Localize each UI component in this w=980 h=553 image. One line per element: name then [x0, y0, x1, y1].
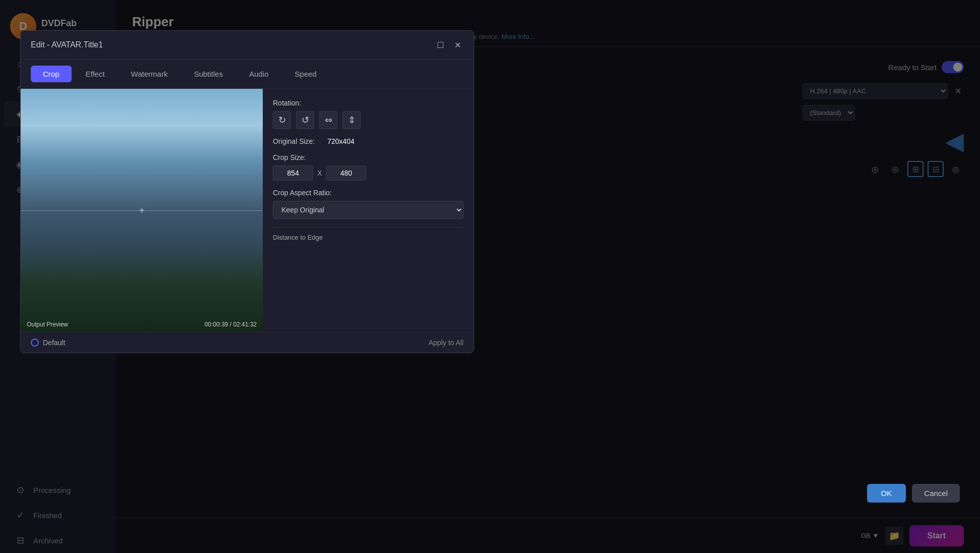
crop-size-group: Crop Size: X [273, 153, 464, 181]
crop-aspect-group: Crop Aspect Ratio: Keep Original [273, 189, 464, 219]
modal-footer: Default Apply to All [21, 332, 474, 353]
original-size-label: Original Size: [273, 137, 323, 145]
original-size-row: Original Size: 720x404 [273, 137, 464, 145]
edit-controls: Rotation: ↻ ↺ ⇔ ⇕ Original Size: 720x404 [263, 89, 474, 332]
crop-size-label: Crop Size: [273, 153, 464, 161]
crop-height-input[interactable] [326, 165, 366, 181]
modal-action-buttons: OK Cancel [867, 484, 960, 503]
tab-effect[interactable]: Effect [74, 66, 117, 82]
preview-time: 00:00:39 / 02:41:32 [205, 321, 257, 328]
tabs: Crop Effect Watermark Subtitles Audio Sp… [21, 60, 474, 89]
crop-size-row: X [273, 165, 464, 181]
modal-header: Edit - AVATAR.Title1 ☐ ✕ [21, 31, 474, 60]
ok-btn[interactable]: OK [867, 484, 906, 503]
edit-modal: Edit - AVATAR.Title1 ☐ ✕ Crop Effect Wat… [20, 30, 474, 353]
original-size-group: Original Size: 720x404 [273, 137, 464, 145]
default-label: Default [43, 339, 65, 347]
rotation-label: Rotation: [273, 99, 464, 107]
modal-overlay: Edit - AVATAR.Title1 ☐ ✕ Crop Effect Wat… [0, 0, 980, 553]
modal-title: Edit - AVATAR.Title1 [31, 40, 103, 49]
aspect-select[interactable]: Keep Original [273, 201, 464, 219]
apply-to-all-btn[interactable]: Apply to All [429, 339, 464, 347]
tab-audio[interactable]: Audio [237, 66, 280, 82]
cancel-btn[interactable]: Cancel [912, 484, 960, 503]
tab-speed[interactable]: Speed [282, 66, 328, 82]
rotation-group: Rotation: ↻ ↺ ⇔ ⇕ [273, 99, 464, 129]
aspect-row: Keep Original [273, 201, 464, 219]
original-size-value: 720x404 [327, 137, 355, 145]
crop-aspect-label: Crop Aspect Ratio: [273, 189, 464, 197]
tab-crop[interactable]: Crop [31, 66, 72, 82]
preview-top-frame [21, 89, 263, 210]
preview-label: Output Preview [27, 321, 68, 328]
modal-maximize-btn[interactable]: ☐ [434, 39, 446, 51]
default-radio[interactable]: Default [31, 339, 65, 347]
crop-width-input[interactable] [273, 165, 313, 181]
radio-circle-icon [31, 339, 39, 347]
modal-close-btn[interactable]: ✕ [451, 39, 464, 51]
rotate-cw-btn[interactable]: ↻ [273, 111, 291, 129]
rotation-buttons: ↻ ↺ ⇔ ⇕ [273, 111, 464, 129]
modal-content: + Output Preview 00:00:39 / 02:41:32 Rot… [21, 89, 474, 332]
tab-subtitles[interactable]: Subtitles [182, 66, 235, 82]
crop-x-separator: X [317, 169, 322, 177]
flip-v-btn[interactable]: ⇕ [342, 111, 361, 129]
tab-watermark[interactable]: Watermark [119, 66, 180, 82]
preview-bottom-frame [21, 210, 263, 332]
flip-h-btn[interactable]: ⇔ [319, 111, 337, 129]
rotate-ccw-btn[interactable]: ↺ [296, 111, 314, 129]
video-preview: + Output Preview 00:00:39 / 02:41:32 [21, 89, 263, 332]
partial-label: Distance to Edge [273, 227, 464, 241]
modal-controls: ☐ ✕ [434, 39, 464, 51]
